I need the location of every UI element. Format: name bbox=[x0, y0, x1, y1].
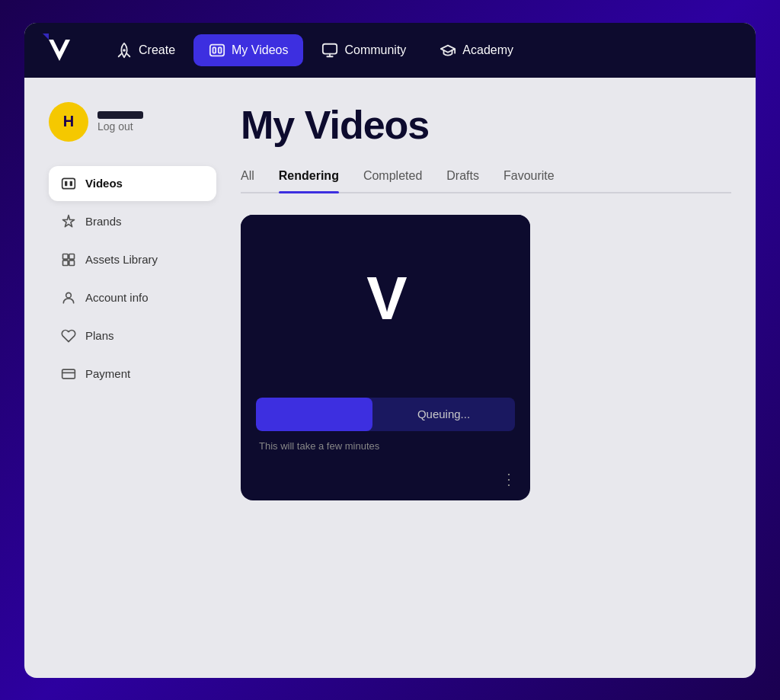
nav-my-videos-label: My Videos bbox=[232, 43, 288, 57]
payment-icon bbox=[61, 366, 76, 382]
video-progress-section: Queuing... This will take a few minutes bbox=[241, 382, 530, 464]
sidebar-nav: Videos Brands bbox=[49, 166, 216, 392]
video-card: V Queuing... This will take a few minute… bbox=[241, 215, 530, 500]
progress-hint: This will take a few minutes bbox=[256, 440, 515, 452]
sidebar-item-plans[interactable]: Plans bbox=[49, 318, 216, 353]
tab-all[interactable]: All bbox=[241, 169, 254, 192]
account-icon bbox=[61, 290, 76, 305]
page-title: My Videos bbox=[241, 102, 731, 148]
svg-rect-4 bbox=[213, 47, 216, 53]
svg-rect-15 bbox=[62, 369, 75, 379]
sidebar-assets-label: Assets Library bbox=[85, 253, 158, 266]
tab-drafts[interactable]: Drafts bbox=[446, 169, 479, 192]
nav-item-academy[interactable]: Academy bbox=[424, 34, 529, 66]
svg-rect-7 bbox=[62, 178, 75, 188]
user-info: Log out bbox=[98, 111, 143, 133]
sidebar-brands-label: Brands bbox=[85, 215, 122, 228]
nav-item-my-videos[interactable]: My Videos bbox=[193, 34, 303, 66]
sidebar-item-videos[interactable]: Videos bbox=[49, 166, 216, 201]
nav-community-label: Community bbox=[344, 43, 406, 57]
navigation: Create My Videos bbox=[24, 23, 756, 78]
svg-point-14 bbox=[66, 292, 72, 298]
tab-completed[interactable]: Completed bbox=[363, 169, 422, 192]
sidebar-item-account-info[interactable]: Account info bbox=[49, 280, 216, 315]
videos-sidebar-icon bbox=[61, 176, 76, 191]
svg-point-2 bbox=[123, 49, 126, 52]
brands-icon bbox=[61, 214, 76, 229]
progress-bar-container: Queuing... bbox=[256, 398, 515, 431]
progress-label: Queuing... bbox=[372, 408, 515, 420]
page-content: My Videos All Rendering Completed Drafts… bbox=[241, 102, 731, 654]
sidebar-item-payment[interactable]: Payment bbox=[49, 356, 216, 392]
video-v-logo: V bbox=[366, 264, 404, 334]
video-thumbnail: V bbox=[241, 215, 530, 382]
progress-bar-fill bbox=[256, 398, 372, 431]
user-section: H Log out bbox=[49, 102, 216, 142]
svg-marker-1 bbox=[43, 34, 49, 40]
nav-create-label: Create bbox=[139, 43, 175, 57]
user-name-bar bbox=[98, 111, 143, 119]
sidebar-item-assets-library[interactable]: Assets Library bbox=[49, 242, 216, 277]
sidebar-account-label: Account info bbox=[85, 291, 149, 304]
academy-icon bbox=[440, 42, 456, 59]
avatar: H bbox=[49, 102, 88, 142]
videos-icon-nav bbox=[209, 42, 225, 59]
svg-rect-9 bbox=[70, 181, 72, 186]
sidebar: H Log out Videos bbox=[49, 102, 216, 654]
sidebar-plans-label: Plans bbox=[85, 329, 114, 342]
app-window: Create My Videos bbox=[24, 23, 756, 678]
logo-v bbox=[43, 34, 76, 67]
main-content: H Log out Videos bbox=[24, 78, 756, 678]
svg-rect-5 bbox=[219, 47, 222, 53]
svg-rect-6 bbox=[323, 43, 337, 53]
logout-button[interactable]: Log out bbox=[98, 120, 143, 133]
assets-icon bbox=[61, 252, 76, 267]
plans-icon bbox=[61, 328, 76, 344]
tab-favourite[interactable]: Favourite bbox=[503, 169, 555, 192]
dots-menu-button[interactable]: ⋮ bbox=[501, 470, 518, 488]
nav-academy-label: Academy bbox=[462, 43, 513, 57]
sidebar-item-brands[interactable]: Brands bbox=[49, 204, 216, 239]
video-card-footer: ⋮ bbox=[241, 464, 530, 500]
svg-rect-11 bbox=[69, 254, 75, 259]
tabs-bar: All Rendering Completed Drafts Favourite bbox=[241, 169, 731, 193]
community-icon bbox=[321, 42, 338, 59]
sidebar-videos-label: Videos bbox=[85, 177, 123, 190]
svg-rect-13 bbox=[69, 260, 75, 265]
logo bbox=[43, 34, 76, 67]
svg-rect-10 bbox=[63, 254, 69, 259]
rocket-icon bbox=[116, 42, 133, 59]
svg-rect-12 bbox=[63, 260, 69, 265]
sidebar-payment-label: Payment bbox=[85, 367, 130, 380]
nav-item-community[interactable]: Community bbox=[306, 34, 421, 66]
svg-marker-0 bbox=[49, 40, 70, 61]
svg-rect-8 bbox=[65, 181, 67, 186]
tab-rendering[interactable]: Rendering bbox=[279, 169, 339, 192]
nav-items: Create My Videos bbox=[101, 34, 737, 66]
nav-item-create[interactable]: Create bbox=[101, 34, 190, 66]
